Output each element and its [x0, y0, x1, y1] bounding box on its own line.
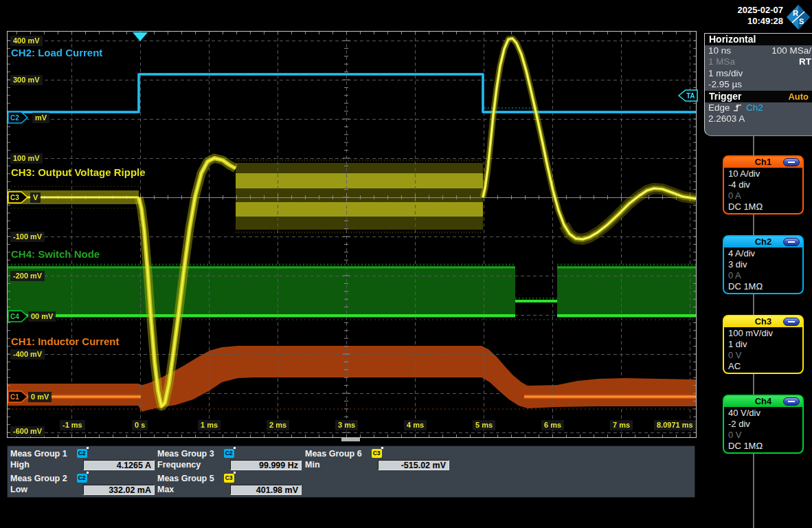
ch1-scale: 10 A/div: [728, 168, 802, 179]
meas-source-badge: C2: [77, 449, 87, 458]
horizontal-mode: RT: [799, 56, 811, 67]
x-axis-label: 2 ms: [267, 420, 289, 430]
minimize-button[interactable]: [783, 238, 800, 246]
waveform-display: CH2: Load Current CH3: Output Voltage Ri…: [7, 31, 697, 438]
channel-box-ch1[interactable]: Ch1 10 A/div -4 div 0 A DC 1MΩ: [723, 155, 804, 214]
trigger-level-tag[interactable]: TA: [677, 89, 699, 102]
horizontal-scrollbar-thumb[interactable]: [341, 438, 360, 441]
y-axis-label-partial: mV: [32, 113, 49, 123]
trigger-source: Ch2: [746, 102, 763, 113]
horizontal-sample-rate: 100 MSa/: [771, 45, 811, 56]
ch2-scale: 4 A/div: [728, 248, 802, 259]
meas-group-name: Meas Group 6: [305, 449, 362, 459]
meas-source-badge: C3: [224, 474, 234, 483]
meas-value: -515.02 mV: [378, 460, 449, 470]
channel-box-ch4-title: Ch4: [755, 396, 772, 406]
channel-box-ch2[interactable]: Ch2 4 A/div 3 div 0 A DC 1MΩ: [723, 235, 804, 294]
meas-metric: Max: [157, 485, 230, 494]
rising-edge-icon: [732, 103, 743, 112]
meas-metric: Min: [305, 460, 378, 470]
meas-group-name: Meas Group 3: [157, 449, 214, 459]
minimize-button[interactable]: [783, 158, 800, 166]
meas-group-1[interactable]: Meas Group 1 C2 High 4.1265 A: [10, 448, 156, 472]
ch1-offset: 0 A: [728, 190, 802, 201]
horizontal-record-length: 1 MSa: [708, 56, 735, 67]
channel-box-ch3[interactable]: Ch3 100 mV/div 1 div 0 V AC: [723, 315, 804, 374]
trace-label-ch3: CH3: Output Voltage Ripple: [11, 166, 146, 178]
meas-source-badge: C2: [224, 449, 234, 458]
svg-text:C2: C2: [10, 114, 19, 122]
trigger-panel-header[interactable]: Trigger Auto: [705, 91, 812, 102]
svg-text:TA: TA: [686, 92, 695, 100]
minimize-button[interactable]: [783, 397, 800, 406]
meas-group-3[interactable]: Meas Group 3 C2 Frequency 99.999 Hz: [157, 448, 303, 472]
oscilloscope-screen: 2025-02-07 10:49:28 R S CH2: Load Curren…: [0, 0, 812, 528]
horizontal-position: -2.95 µs: [708, 79, 742, 90]
x-axis-label: 8.0971 ms: [654, 420, 696, 430]
meas-value: 401.98 mV: [230, 485, 302, 495]
meas-value: 99.999 Hz: [230, 460, 302, 470]
trigger-title: Trigger: [709, 91, 741, 102]
ch4-position-marker[interactable]: C4: [8, 310, 30, 322]
svg-text:R: R: [793, 9, 798, 17]
measurement-results-panel: Meas Group 1 C2 High 4.1265 A Meas Group…: [7, 446, 695, 498]
svg-text:S: S: [799, 17, 804, 25]
svg-text:C4: C4: [10, 313, 19, 320]
meas-group-5[interactable]: Meas Group 5 C3 Max 401.98 mV: [157, 472, 303, 496]
ch4-coupling: DC 1MΩ: [728, 441, 802, 452]
y-axis-label-partial: V: [30, 192, 41, 203]
channel-box-ch3-header[interactable]: Ch3: [724, 316, 802, 327]
horizontal-resolution: 10 ns: [708, 45, 731, 56]
channel-box-ch4[interactable]: Ch4 40 V/div -2 div 0 V DC 1MΩ: [723, 395, 804, 454]
x-axis-label: -1 ms: [60, 420, 85, 430]
horizontal-panel-header[interactable]: Horizontal: [705, 34, 812, 45]
ch3-coupling: AC: [728, 361, 802, 372]
ch2-offset: 0 A: [728, 270, 802, 281]
trace-label-ch4: CH4: Switch Node: [11, 248, 100, 260]
ch1-position-marker[interactable]: C1: [8, 390, 30, 403]
waveform-canvas: [8, 32, 696, 437]
meas-group-2[interactable]: Meas Group 2 C2 Low 332.02 mA: [10, 472, 156, 496]
rs-logo-icon: R S: [786, 4, 811, 30]
trace-label-ch2: CH2: Load Current: [11, 47, 102, 58]
meas-metric: Low: [10, 485, 83, 494]
trace-label-ch1: CH1: Inductor Current: [11, 336, 120, 347]
ch1-coupling: DC 1MΩ: [728, 201, 802, 212]
meas-group-name: Meas Group 2: [10, 474, 67, 483]
meas-metric: Frequency: [157, 460, 230, 470]
y-axis-label-partial: 00 mV: [28, 311, 56, 322]
ch4-offset: 0 V: [728, 430, 802, 441]
ch3-offset: 0 V: [728, 350, 802, 361]
meas-group-name: Meas Group 1: [10, 449, 67, 459]
svg-text:C3: C3: [10, 194, 19, 201]
channel-box-ch4-header[interactable]: Ch4: [724, 396, 802, 407]
ch2-position: 3 div: [728, 259, 802, 270]
y-axis-label: 300 mV: [10, 75, 43, 85]
ch3-position: 1 div: [728, 339, 802, 350]
y-axis-label-partial: 0 mV: [28, 392, 52, 402]
x-axis-label: 3 ms: [335, 420, 358, 430]
y-axis-label: 400 mV: [10, 36, 43, 46]
x-axis-label: 6 ms: [541, 420, 564, 430]
x-axis-label: 4 ms: [404, 420, 427, 430]
y-axis-label: -100 mV: [10, 232, 45, 242]
meas-source-badge: C3: [372, 449, 382, 458]
ch2-coupling: DC 1MΩ: [728, 281, 802, 292]
y-axis-label: -400 mV: [10, 349, 45, 360]
meas-group-6[interactable]: Meas Group 6 C3 Min -515.02 mV: [305, 448, 451, 472]
trigger-level: 2.2603 A: [708, 113, 745, 124]
minimize-button[interactable]: [783, 318, 800, 326]
ch1-position: -4 div: [728, 179, 802, 190]
ch3-position-marker[interactable]: C3: [8, 191, 30, 204]
x-axis-label: 1 ms: [198, 420, 221, 430]
channel-box-ch1-header[interactable]: Ch1: [724, 157, 802, 168]
channel-box-ch2-header[interactable]: Ch2: [724, 236, 802, 248]
meas-metric: High: [10, 460, 83, 470]
horizontal-trigger-panel[interactable]: Horizontal 10 ns 100 MSa/ 1 MSa RT 1 ms/…: [704, 33, 812, 136]
channel-box-ch2-title: Ch2: [755, 236, 772, 247]
ch2-position-marker[interactable]: C2: [8, 111, 30, 124]
meas-value: 4.1265 A: [83, 460, 155, 470]
trigger-type-row: Edge Ch2: [708, 102, 763, 113]
y-axis-label: -600 mV: [10, 426, 45, 437]
trigger-position-marker[interactable]: [132, 32, 148, 42]
